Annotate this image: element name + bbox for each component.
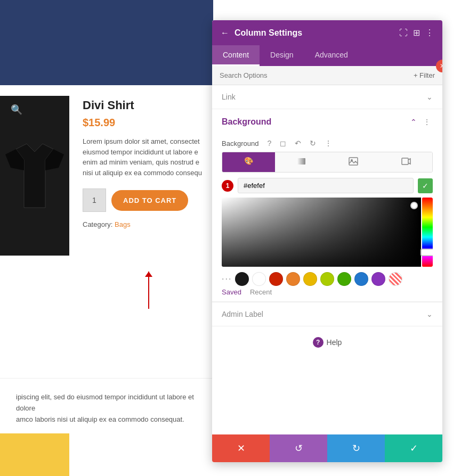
saved-recent-tabs: Saved Recent xyxy=(222,288,433,296)
swatch-purple[interactable] xyxy=(371,272,385,286)
apply-color-button[interactable]: ✓ xyxy=(418,178,433,193)
color-picker-cursor xyxy=(410,202,418,209)
swatch-custom[interactable] xyxy=(389,272,402,286)
background-cursor-icon[interactable]: ↶ xyxy=(293,138,303,149)
swatch-red[interactable] xyxy=(269,272,283,286)
bg-type-image[interactable] xyxy=(327,152,380,172)
swatch-orange[interactable] xyxy=(286,272,300,286)
red-arrow xyxy=(148,272,149,309)
svg-rect-3 xyxy=(297,158,305,165)
swatch-green[interactable] xyxy=(337,272,351,286)
hue-slider[interactable] xyxy=(422,198,433,267)
recent-tab[interactable]: Recent xyxy=(250,288,272,296)
admin-label-title: Admin Label xyxy=(222,310,263,318)
admin-label-section: Admin Label ⌄ xyxy=(212,302,442,326)
admin-label-toggle[interactable]: ⌄ xyxy=(426,310,433,318)
search-icon: 🔍 xyxy=(11,104,22,115)
background-section: Background ⌃ ⋮ Background ? ◻ ↶ ↻ ⋮ 🎨 xyxy=(212,109,442,302)
redo-button[interactable]: ↻ xyxy=(327,434,385,462)
video-icon xyxy=(401,159,411,168)
panel-title: Column Settings xyxy=(234,28,394,38)
saved-tab[interactable]: Saved xyxy=(222,288,241,296)
panel-content: Link ⌄ Background ⌃ ⋮ Background ? ◻ ↶ ↻ xyxy=(212,85,442,439)
column-settings-panel: ✕ ← Column Settings ⛶ ⊞ ⋮ Content Design… xyxy=(212,20,442,462)
background-section-header: Background ⌃ ⋮ xyxy=(212,109,442,135)
bottom-action-bar: ✕ ↺ ↻ ✓ xyxy=(212,434,442,462)
color-swatches-row: ··· xyxy=(222,272,433,286)
color-picker-area: 1 ✓ ··· xyxy=(222,178,433,296)
add-to-cart-button[interactable]: ADD TO CART xyxy=(111,190,188,211)
background-more-icon[interactable]: ⋮ xyxy=(421,117,433,127)
category-link[interactable]: Bags xyxy=(115,220,131,228)
hue-thumb[interactable] xyxy=(421,249,433,256)
step-badge: 1 xyxy=(222,180,233,192)
product-title: Divi Shirt xyxy=(83,99,211,112)
quantity-box[interactable]: 1 xyxy=(83,188,106,212)
help-icon[interactable]: ? xyxy=(313,337,324,348)
help-label[interactable]: Help xyxy=(327,338,342,347)
help-area: ? Help xyxy=(212,326,442,358)
bg-type-video[interactable] xyxy=(380,152,433,172)
filter-button[interactable]: + Filter xyxy=(414,71,435,79)
background-controls-row: Background ? ◻ ↶ ↻ ⋮ xyxy=(212,135,442,152)
yellow-box xyxy=(0,433,69,476)
arrow-line xyxy=(148,272,149,309)
background-section-title: Background xyxy=(222,117,271,127)
background-label: Background xyxy=(222,139,258,147)
panel-header-icons: ⛶ ⊞ ⋮ xyxy=(399,28,434,38)
product-details: Divi Shirt $15.99 Lorem ipsum dolor sit … xyxy=(83,99,211,228)
product-description: Lorem ipsum dolor sit amet, consectet ei… xyxy=(83,136,211,178)
search-bar: + Filter xyxy=(212,66,442,85)
swatch-yellow-green[interactable] xyxy=(320,272,334,286)
bg-type-gradient[interactable] xyxy=(275,152,328,172)
product-price: $15.99 xyxy=(83,117,211,129)
panel-header: ← Column Settings ⛶ ⊞ ⋮ xyxy=(212,20,442,45)
bg-header-right: ⌃ ⋮ xyxy=(410,117,433,127)
svg-rect-6 xyxy=(402,158,408,165)
back-button[interactable]: ← xyxy=(221,28,229,38)
bottom-text-line2: amco laboris nisi ut aliquip ex ea commo… xyxy=(16,414,197,425)
background-collapse-icon[interactable]: ⌃ xyxy=(410,118,417,126)
swatch-yellow[interactable] xyxy=(303,272,317,286)
help-question-icon[interactable]: ? xyxy=(265,138,273,149)
hex-color-input[interactable] xyxy=(238,178,414,193)
svg-marker-0 xyxy=(16,144,53,208)
color-fill-icon: 🎨 xyxy=(244,157,253,165)
link-section-toggle[interactable]: ⌄ xyxy=(426,93,433,101)
panel-tabs: Content Design Advanced xyxy=(212,45,442,66)
bottom-text-line1: ipiscing elit, sed do eiusmod tempor inc… xyxy=(16,392,197,414)
background-copy-icon[interactable]: ◻ xyxy=(278,138,288,149)
more-options-icon[interactable]: ⋮ xyxy=(425,28,434,38)
columns-icon[interactable]: ⊞ xyxy=(413,28,420,38)
background-options-icon[interactable]: ⋮ xyxy=(322,138,334,149)
filter-label: + Filter xyxy=(414,71,435,79)
more-swatches-button[interactable]: ··· xyxy=(222,274,232,284)
gradient-icon xyxy=(296,159,306,168)
bg-type-color[interactable]: 🎨 xyxy=(222,152,275,172)
product-image xyxy=(0,96,69,256)
swatch-white[interactable] xyxy=(252,272,266,286)
link-section[interactable]: Link ⌄ xyxy=(212,85,442,109)
admin-label-chevron-icon: ⌄ xyxy=(426,310,433,318)
reset-button[interactable]: ↺ xyxy=(270,434,327,462)
svg-rect-4 xyxy=(349,158,358,165)
search-input[interactable] xyxy=(220,71,414,79)
category-text: Category: Bags xyxy=(83,220,211,228)
link-chevron-icon: ⌄ xyxy=(426,93,433,101)
cancel-button[interactable]: ✕ xyxy=(212,434,270,462)
save-button[interactable]: ✓ xyxy=(385,434,442,462)
tab-content[interactable]: Content xyxy=(212,45,260,66)
tab-advanced[interactable]: Advanced xyxy=(304,45,359,66)
bottom-text-area: ipiscing elit, sed do eiusmod tempor inc… xyxy=(0,378,213,438)
color-gradient-canvas[interactable] xyxy=(222,198,433,267)
admin-label-header[interactable]: Admin Label ⌄ xyxy=(212,302,442,326)
link-section-title: Link xyxy=(222,93,236,101)
search-icon-bg[interactable]: 🔍 xyxy=(11,104,22,116)
swatch-black[interactable] xyxy=(235,272,249,286)
image-icon xyxy=(349,159,358,168)
fullscreen-icon[interactable]: ⛶ xyxy=(399,28,408,38)
swatch-blue[interactable] xyxy=(354,272,368,286)
tab-design[interactable]: Design xyxy=(260,45,304,66)
background-type-tabs: 🎨 xyxy=(222,152,433,173)
background-reset-icon[interactable]: ↻ xyxy=(308,138,318,149)
